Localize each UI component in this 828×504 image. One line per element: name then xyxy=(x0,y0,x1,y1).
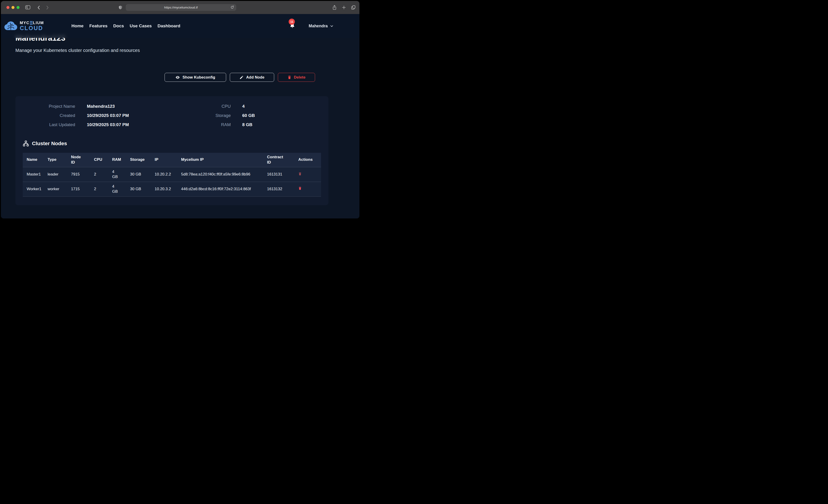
tab-overview-button[interactable] xyxy=(351,5,356,10)
nav-links: Home Features Docs Use Cases Dashboard xyxy=(72,24,180,29)
mycelium-cloud-logo-icon xyxy=(4,20,18,32)
forward-button[interactable] xyxy=(45,5,50,10)
info-row-storage: Storage 60 GB xyxy=(190,113,255,118)
node-mycelium-ip: 446:d2a6:8bcd:8c16:ff0f:72e2:3114:863f xyxy=(181,182,267,197)
delete-label: Delete xyxy=(294,75,306,80)
info-row-created: Created 10/29/2025 03:07 PM xyxy=(23,113,190,118)
notifications-button[interactable]: 11 xyxy=(289,23,295,30)
info-label: Last Updated xyxy=(23,122,75,127)
info-label: Storage xyxy=(190,113,231,118)
nav-link-use-cases[interactable]: Use Cases xyxy=(130,24,152,29)
node-ram: 4 GB xyxy=(112,167,130,182)
logo-text-lium: LIUM xyxy=(33,21,44,25)
forward-chevron-icon xyxy=(45,5,50,10)
site-logo[interactable]: MYCLIUM CLOUD xyxy=(4,20,44,32)
notification-badge: 11 xyxy=(289,18,295,25)
user-menu[interactable]: Mahendra xyxy=(308,24,334,29)
show-kubeconfig-label: Show Kubeconfig xyxy=(182,75,215,80)
traffic-lights xyxy=(6,6,19,9)
node-id: 7915 xyxy=(71,167,94,182)
logo-text-cloud: CLOUD xyxy=(20,25,44,31)
node-type: leader xyxy=(48,167,71,182)
reload-button[interactable] xyxy=(230,5,234,9)
cluster-nodes-title: Cluster Nodes xyxy=(32,140,67,146)
nav-link-dashboard[interactable]: Dashboard xyxy=(157,24,180,29)
node-cpu: 2 xyxy=(94,182,112,197)
sidebar-toggle-icon[interactable] xyxy=(25,5,30,9)
show-kubeconfig-button[interactable]: Show Kubeconfig xyxy=(165,73,226,82)
info-value: Mahendra123 xyxy=(87,104,115,109)
node-storage: 30 GB xyxy=(130,167,155,182)
node-storage: 30 GB xyxy=(130,182,155,197)
logo-letter-e-icon xyxy=(30,21,33,25)
delete-node-button[interactable] xyxy=(298,172,302,176)
page-subtitle: Manage your Kubernetes cluster configura… xyxy=(15,48,327,53)
browser-window: https://myceliumcloud.tf xyxy=(1,1,360,218)
nav-link-features[interactable]: Features xyxy=(89,24,108,29)
info-label: Created xyxy=(23,113,75,118)
page-viewport: Mahendra123 Manage your Kubernetes clust… xyxy=(1,14,360,218)
node-actions xyxy=(298,167,321,182)
node-contract-id: 1613132 xyxy=(267,182,298,197)
logo-text-myc: MYC xyxy=(20,21,30,25)
col-actions: Actions xyxy=(298,153,321,167)
close-window-button[interactable] xyxy=(6,6,9,9)
col-cpu: CPU xyxy=(94,153,112,167)
col-type: Type xyxy=(48,153,71,167)
info-label: Project Name xyxy=(23,104,75,109)
node-ip: 10.20.2.2 xyxy=(155,167,181,182)
chevron-down-icon xyxy=(330,24,334,28)
table-row: Worker1 worker 1715 2 4 GB 30 GB 10.20.3… xyxy=(23,182,321,197)
back-chevron-icon xyxy=(37,5,41,10)
table-header-row: Name Type Node ID CPU RAM Storage IP Myc… xyxy=(23,153,321,167)
eye-icon xyxy=(175,75,180,80)
cluster-nodes-header: Cluster Nodes xyxy=(23,140,321,146)
share-icon xyxy=(332,5,337,10)
cluster-details-card: Project Name Mahendra123 Created 10/29/2… xyxy=(15,96,328,205)
delete-node-button[interactable] xyxy=(298,186,302,191)
node-cpu: 2 xyxy=(94,167,112,182)
browser-chrome: https://myceliumcloud.tf xyxy=(1,1,360,14)
logo-wordmark: MYCLIUM CLOUD xyxy=(20,21,44,31)
trash-icon xyxy=(298,172,302,176)
info-value: 60 GB xyxy=(242,113,255,118)
pencil-icon xyxy=(240,75,244,80)
col-node-id: Node ID xyxy=(71,153,94,167)
zoom-window-button[interactable] xyxy=(16,6,19,9)
sidebar-icon xyxy=(25,5,30,9)
nav-link-home[interactable]: Home xyxy=(72,24,84,29)
col-ram: RAM xyxy=(112,153,130,167)
cluster-info-grid: Project Name Mahendra123 Created 10/29/2… xyxy=(23,104,321,127)
trash-icon xyxy=(288,75,291,80)
add-node-label: Add Node xyxy=(246,75,264,80)
network-icon xyxy=(23,140,29,146)
node-name: Master1 xyxy=(23,167,48,182)
info-value: 8 GB xyxy=(242,122,252,127)
node-contract-id: 1613131 xyxy=(267,167,298,182)
info-value: 4 xyxy=(242,104,245,109)
info-row-ram: RAM 8 GB xyxy=(190,122,255,127)
trash-icon xyxy=(298,186,302,190)
node-ip: 10.20.3.2 xyxy=(155,182,181,197)
privacy-shield-icon[interactable] xyxy=(118,5,123,11)
node-ram: 4 GB xyxy=(112,182,130,197)
url-text: https://myceliumcloud.tf xyxy=(164,6,198,9)
tabs-overview-icon xyxy=(351,5,356,10)
back-button[interactable] xyxy=(37,5,41,10)
share-button[interactable] xyxy=(332,5,337,10)
nav-link-docs[interactable]: Docs xyxy=(113,24,124,29)
col-storage: Storage xyxy=(130,153,155,167)
node-actions xyxy=(298,182,321,197)
col-name: Name xyxy=(23,153,48,167)
new-tab-button[interactable] xyxy=(342,5,346,10)
cluster-nodes-table: Name Type Node ID CPU RAM Storage IP Myc… xyxy=(23,153,321,197)
node-mycelium-ip: 5d8:78ea:a120:f40c:ff0f:a5fe:99e6:8b96 xyxy=(181,167,267,182)
add-node-button[interactable]: Add Node xyxy=(230,73,274,82)
info-row-last-updated: Last Updated 10/29/2025 03:07 PM xyxy=(23,122,190,127)
col-mycelium-ip: Mycelium IP xyxy=(181,153,267,167)
plus-icon xyxy=(342,5,346,10)
user-name: Mahendra xyxy=(308,24,328,29)
minimize-window-button[interactable] xyxy=(11,6,14,9)
address-bar[interactable]: https://myceliumcloud.tf xyxy=(126,4,236,11)
delete-cluster-button[interactable]: Delete xyxy=(278,73,315,82)
